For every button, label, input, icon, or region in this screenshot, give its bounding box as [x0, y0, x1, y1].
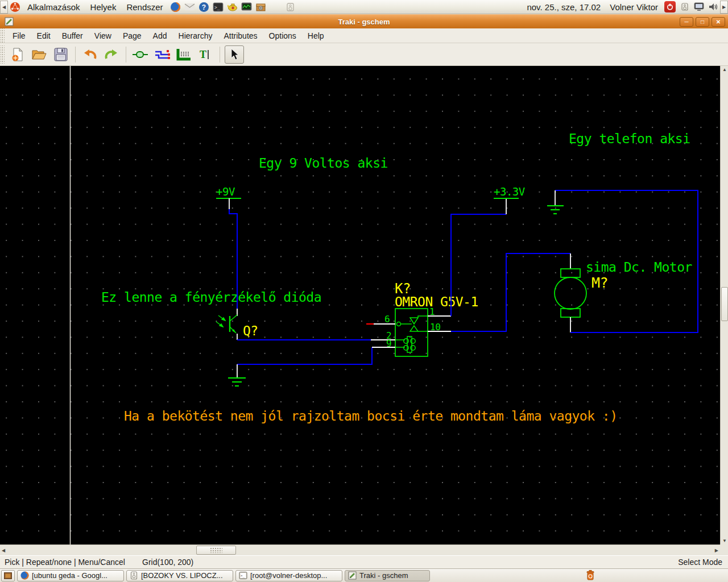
menu-help[interactable]: Help: [302, 30, 330, 42]
menubar: File Edit Buffer View Page Add Hierarchy…: [0, 28, 728, 43]
scroll-right-icon[interactable]: ▶: [715, 548, 718, 553]
horizontal-scrollbar[interactable]: ◀ ▶: [0, 544, 720, 555]
taskbar-item-label: [ubuntu geda - Googl...: [32, 571, 107, 580]
pin-number-9: 9: [386, 338, 391, 349]
menu-system[interactable]: Rendszer: [121, 1, 168, 14]
motor-refdes[interactable]: M?: [592, 275, 608, 291]
transistor-refdes[interactable]: Q?: [243, 323, 258, 338]
menu-places[interactable]: Helyek: [85, 1, 122, 14]
pin-number-10: 10: [430, 322, 440, 332]
user-switcher[interactable]: Volner Viktor: [605, 1, 663, 14]
menu-page[interactable]: Page: [117, 30, 147, 42]
svg-text:T: T: [200, 49, 206, 60]
minimize-button[interactable]: ─: [680, 17, 693, 27]
note-phone-title[interactable]: Egy telefon aksi: [569, 131, 690, 146]
window-titlebar[interactable]: Traki - gschem ─ □ ✕: [0, 14, 728, 28]
help-icon[interactable]: ?: [198, 2, 209, 13]
taskbar-item-label: Traki - gschem: [359, 571, 408, 580]
add-text-button[interactable]: T: [196, 45, 215, 64]
undo-button[interactable]: [80, 45, 100, 64]
mail-icon[interactable]: [184, 2, 195, 13]
new-file-button[interactable]: [8, 45, 27, 64]
menu-attributes[interactable]: Attributes: [218, 30, 263, 42]
taskbar-item-label: [BOZOKY VS. LIPOCZ...: [141, 571, 223, 580]
new-star-icon: [13, 55, 19, 61]
close-button[interactable]: ✕: [712, 17, 725, 27]
note-sensor[interactable]: Ez lenne a fényérzékelő dióda: [101, 290, 321, 305]
package-icon[interactable]: [255, 2, 266, 13]
panel-collapse-right[interactable]: ▶: [720, 1, 728, 14]
taskbar-item-label: [root@volner-desktop...: [250, 571, 327, 580]
scroll-down-icon[interactable]: ▼: [721, 538, 728, 543]
system-monitor-icon[interactable]: [241, 2, 252, 13]
menu-edit[interactable]: Edit: [31, 30, 56, 42]
select-mode-button[interactable]: [225, 45, 244, 64]
menu-options[interactable]: Options: [263, 30, 302, 42]
note-9v-title[interactable]: Egy 9 Voltos aksi: [259, 156, 388, 171]
menu-view[interactable]: View: [89, 30, 117, 42]
taskbar-item-browser[interactable]: [ubuntu geda - Googl...: [17, 570, 124, 581]
svg-text:>_: >_: [214, 5, 220, 10]
lamp-icon[interactable]: [227, 2, 238, 13]
schematic-canvas[interactable]: Egy 9 Voltos aksi Egy telefon aksi Ez le…: [0, 66, 720, 544]
vertical-scrollbar-thumb[interactable]: [721, 287, 728, 321]
power-9v-label[interactable]: +9V: [216, 185, 235, 198]
toolbar: T: [0, 43, 728, 66]
toolbar-grip[interactable]: [0, 45, 5, 64]
relay-value[interactable]: OMRON G5V-1: [395, 294, 478, 309]
redo-button[interactable]: [102, 45, 121, 64]
taskbar-item-player[interactable]: [BOZOKY VS. LIPOCZ...: [126, 570, 233, 581]
menubar-grip[interactable]: [0, 28, 5, 43]
statusbar: Pick | Repeat/none | Menu/Cancel Grid(10…: [0, 555, 728, 568]
firefox-icon: [20, 571, 29, 580]
pin-number-6: 6: [384, 314, 390, 325]
terminal-icon: >_: [239, 571, 247, 580]
speaker-muted-icon[interactable]: [285, 2, 296, 13]
vertical-scrollbar[interactable]: ▲ ▼: [720, 66, 728, 544]
add-bus-button[interactable]: [174, 45, 193, 64]
open-file-button[interactable]: [30, 45, 49, 64]
speaker-icon: [130, 571, 138, 580]
add-net-button[interactable]: [152, 45, 172, 64]
window-title: Traki - gschem: [0, 18, 728, 26]
toolbar-separator: [75, 47, 76, 63]
svg-text:>_: >_: [241, 573, 245, 578]
desktop: ◀ Alkalmazások Helyek Rendszer ? >_ nov.…: [0, 0, 728, 582]
ubuntu-logo-icon[interactable]: [10, 2, 20, 13]
gnome-top-panel: ◀ Alkalmazások Helyek Rendszer ? >_ nov.…: [0, 0, 728, 14]
firefox-icon[interactable]: [170, 2, 181, 13]
status-mode: Select Mode: [678, 558, 722, 567]
power-33v-label[interactable]: +3.3V: [494, 185, 525, 198]
scroll-up-icon[interactable]: ▲: [721, 67, 728, 72]
taskbar: [ubuntu geda - Googl... [BOZOKY VS. LIPO…: [0, 568, 728, 582]
motor-label[interactable]: sima Dc. Motor: [586, 260, 692, 275]
svg-text:?: ?: [201, 3, 205, 11]
menu-buffer[interactable]: Buffer: [56, 30, 89, 42]
menu-applications[interactable]: Alkalmazások: [22, 1, 85, 14]
scroll-left-icon[interactable]: ◀: [2, 548, 5, 553]
menu-file[interactable]: File: [7, 30, 31, 42]
horizontal-scrollbar-thumb[interactable]: [196, 546, 236, 555]
taskbar-item-gschem[interactable]: Traki - gschem: [345, 570, 430, 581]
clock-applet[interactable]: nov. 25., sze, 17.02: [522, 1, 605, 14]
gschem-icon: [348, 571, 357, 580]
menu-add[interactable]: Add: [147, 30, 173, 42]
status-keys: Pick | Repeat/none | Menu/Cancel: [5, 558, 125, 567]
scrollbar-corner: [720, 544, 728, 555]
maximize-button[interactable]: □: [696, 17, 709, 27]
trash-icon[interactable]: [585, 569, 596, 581]
save-file-button[interactable]: [51, 45, 71, 64]
volume-icon[interactable]: [708, 2, 718, 13]
power-icon[interactable]: [664, 1, 676, 13]
menu-hierarchy[interactable]: Hierarchy: [173, 30, 218, 42]
toolbar-separator: [220, 47, 220, 63]
panel-collapse-left[interactable]: ◀: [0, 1, 8, 14]
taskbar-item-terminal[interactable]: >_ [root@volner-desktop...: [235, 570, 342, 581]
note-apology[interactable]: Ha a bekötést nem jól rajzoltam bocsi ér…: [124, 409, 618, 423]
add-component-button[interactable]: [131, 45, 150, 64]
speaker-icon[interactable]: [679, 2, 690, 13]
terminal-icon[interactable]: >_: [213, 2, 224, 13]
show-desktop-button[interactable]: [1, 570, 15, 581]
display-icon[interactable]: [693, 2, 704, 13]
thumb-grip: [210, 547, 222, 553]
